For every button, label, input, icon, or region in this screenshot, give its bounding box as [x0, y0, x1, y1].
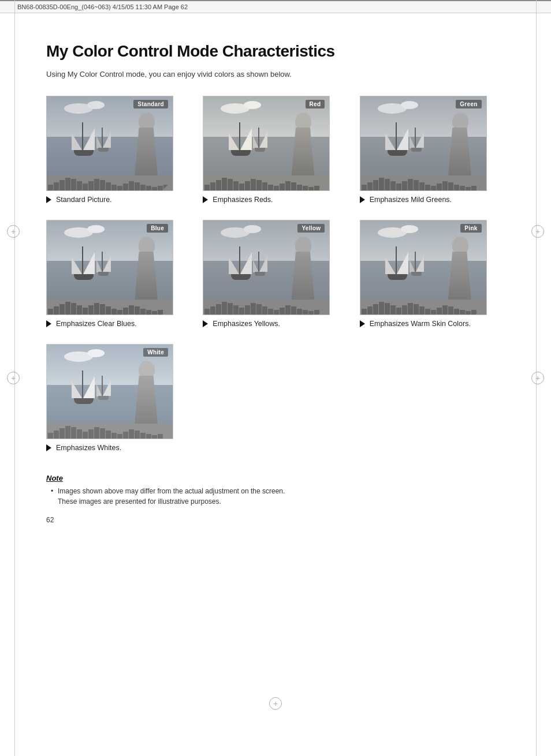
person-head [139, 113, 155, 130]
photo-scene-standard: Standard [47, 96, 173, 190]
photo-scene-pink: Pink [360, 220, 486, 315]
img-container-blue: Blue [46, 220, 173, 315]
caption-text-red: Emphasizes Reds. [213, 196, 273, 204]
caption-red: Emphasizes Reds. [203, 196, 348, 204]
image-label-green: Green [456, 100, 481, 108]
sail1 [83, 128, 95, 150]
caption-text-pink: Emphasizes Warm Skin Colors. [370, 320, 471, 328]
caption-white: Emphasizes Whites. [46, 444, 191, 452]
note-item: Images shown above may differ from the a… [46, 486, 505, 507]
intro-text: Using My Color Control mode, you can enj… [46, 70, 505, 78]
image-label-standard: Standard [133, 100, 168, 108]
caption-blue: Emphasizes Clear Blues. [46, 320, 191, 328]
img-container-standard: Standard [46, 96, 173, 191]
caption-pink: Emphasizes Warm Skin Colors. [360, 320, 505, 328]
image-grid-row1: Standard Standard Picture. [46, 96, 505, 468]
caption-text-green: Emphasizes Mild Greens. [370, 196, 452, 204]
sail2 [72, 133, 82, 150]
photo-scene-red: Red [203, 96, 329, 190]
page-title: My Color Control Mode Characteristics [46, 42, 505, 61]
image-cell-blue: Blue Emphasizes Clear Blues. [46, 220, 191, 328]
img-container-yellow: Yellow [203, 220, 330, 315]
person [120, 113, 166, 176]
caption-yellow: Emphasizes Yellows. [203, 320, 348, 328]
bar-pattern [47, 175, 173, 190]
reg-mark-bottom [269, 697, 282, 710]
hull [74, 150, 94, 156]
header-strip: BN68-00835D-00Eng_(046~063) 4/15/05 11:3… [0, 0, 551, 13]
sail4 [96, 136, 102, 148]
photo-scene-yellow: Yellow [203, 220, 329, 315]
caption-standard: Standard Picture. [46, 196, 191, 204]
img-container-red: Red [203, 96, 330, 191]
image-label-pink: Pink [460, 224, 481, 233]
image-cell-white: White Emphasizes Whites. [46, 344, 191, 452]
header-text: BN68-00835D-00Eng_(046~063) 4/15/05 11:3… [17, 3, 188, 10]
photo-scene-blue: Blue [47, 220, 173, 315]
page-number: 62 [46, 516, 54, 524]
image-label-red: Red [306, 100, 325, 108]
note-title: Note [46, 474, 505, 482]
caption-text-yellow: Emphasizes Yellows. [213, 320, 280, 328]
image-label-blue: Blue [147, 224, 168, 233]
image-label-yellow: Yellow [297, 224, 325, 233]
image-cell-red: Red Emphasizes Reds. [203, 96, 348, 204]
arrow-icon-standard [46, 196, 51, 203]
image-label-white: White [143, 348, 168, 357]
sailboat [69, 115, 98, 156]
page-content: My Color Control Mode Characteristics Us… [0, 13, 551, 541]
note-text: Images shown above may differ from the a… [58, 487, 285, 506]
sailboat2 [95, 123, 112, 152]
sail3 [103, 132, 111, 148]
image-cell-standard: Standard Standard Picture. [46, 96, 191, 204]
image-cell-green: Green Emphasizes Mild Greens. [360, 96, 505, 204]
cloud [87, 101, 105, 109]
corner-triangle [162, 180, 173, 190]
image-cell-pink: Pink Emphasizes Warm Skin Colors. [360, 220, 505, 328]
image-cell-yellow: Yellow Emphasizes Yellows. [203, 220, 348, 328]
hull2 [98, 148, 109, 152]
person-body [132, 128, 161, 177]
img-container-white: White [46, 344, 173, 439]
img-container-green: Green [360, 96, 487, 191]
caption-text-white: Emphasizes Whites. [56, 444, 121, 452]
photo-scene-white: White [47, 345, 173, 439]
note-section: Note Images shown above may differ from … [46, 474, 505, 507]
caption-text-blue: Emphasizes Clear Blues. [56, 320, 137, 328]
sailboat [226, 115, 255, 156]
photo-scene-green: Green [360, 96, 486, 190]
img-container-pink: Pink [360, 220, 487, 315]
caption-text-standard: Standard Picture. [56, 196, 112, 204]
caption-green: Emphasizes Mild Greens. [360, 196, 505, 204]
